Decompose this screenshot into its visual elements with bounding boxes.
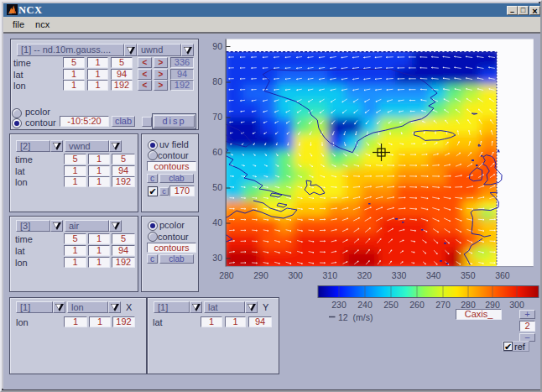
svg-text:30: 30 xyxy=(212,253,222,263)
svg-text:300: 300 xyxy=(288,270,303,280)
svg-text:320: 320 xyxy=(357,270,373,280)
svg-text:60: 60 xyxy=(212,147,222,157)
svg-text:40: 40 xyxy=(212,217,222,227)
svg-text:90: 90 xyxy=(212,41,222,51)
svg-text:70: 70 xyxy=(212,112,222,122)
svg-text:330: 330 xyxy=(392,270,407,280)
svg-text:310: 310 xyxy=(323,270,338,280)
svg-text:280: 280 xyxy=(219,270,234,280)
svg-text:12 (m/s): 12 (m/s) xyxy=(338,312,373,322)
svg-text:280: 280 xyxy=(461,300,476,310)
svg-text:250: 250 xyxy=(383,300,399,310)
svg-text:50: 50 xyxy=(212,182,222,192)
svg-text:230: 230 xyxy=(331,300,347,310)
svg-text:260: 260 xyxy=(409,300,425,310)
svg-text:340: 340 xyxy=(426,270,441,280)
svg-text:80: 80 xyxy=(212,76,222,86)
svg-text:290: 290 xyxy=(485,300,500,310)
svg-text:270: 270 xyxy=(435,300,451,310)
svg-text:350: 350 xyxy=(461,270,476,280)
svg-text:360: 360 xyxy=(495,270,510,280)
svg-text:240: 240 xyxy=(357,300,373,310)
svg-text:300: 300 xyxy=(509,300,524,310)
svg-text:290: 290 xyxy=(253,270,268,280)
